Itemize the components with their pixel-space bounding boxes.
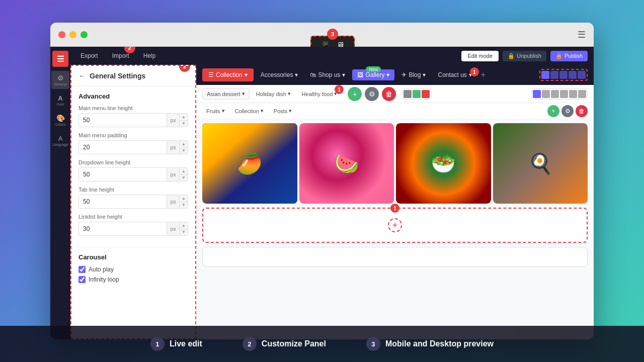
- accessories-label: Accessories: [261, 71, 293, 78]
- sidebar-item-general[interactable]: ⚙ General: [51, 71, 69, 89]
- badge-1-healthyfood: 1: [335, 85, 344, 94]
- browser-window: 3 📱 🖥 ☰ ☰ ⚙ General A Font 🎨: [50, 23, 594, 339]
- submenu-add-button[interactable]: +: [348, 87, 362, 101]
- traffic-light-red[interactable]: [58, 31, 65, 38]
- new-badge: New: [366, 66, 381, 72]
- posts-label: Posts: [274, 108, 288, 114]
- spin-up[interactable]: ▲: [180, 114, 188, 121]
- publish-button[interactable]: 🔒 Publish: [550, 51, 588, 61]
- linklist-height-unit: px: [167, 222, 179, 235]
- layout-toggle-1[interactable]: [533, 90, 541, 98]
- infinity-loop-checkbox-row: Infinity loop: [78, 276, 188, 283]
- color-btn-red[interactable]: [422, 90, 430, 98]
- nav-blog[interactable]: ✈ Blog ▾: [396, 69, 431, 80]
- layout-toggle-4[interactable]: [560, 90, 568, 98]
- collection2-chevron: ▾: [261, 108, 264, 114]
- color-btn-green[interactable]: [413, 90, 421, 98]
- submenu-gear-button[interactable]: ⚙: [365, 87, 379, 101]
- spin-up-3[interactable]: ▲: [180, 168, 188, 175]
- layout-toggle-5[interactable]: [569, 90, 577, 98]
- layout-btn-5[interactable]: [578, 71, 586, 79]
- grid-image-2: 🍉: [299, 123, 394, 204]
- layout-toggle-2[interactable]: [542, 90, 550, 98]
- linklist-height-label: Linklist line height: [78, 214, 188, 220]
- unpublish-button[interactable]: 🔒 Unpublish: [503, 51, 546, 61]
- layout-btn-3[interactable]: [559, 71, 568, 79]
- spin-down-5[interactable]: ▼: [180, 229, 188, 236]
- left-sidebar: ☰ ⚙ General A Font 🎨 Colors A Language: [50, 47, 70, 339]
- submenu2-gear-btn[interactable]: ⚙: [561, 105, 574, 117]
- browser-chrome: 3 📱 🖥 ☰: [50, 23, 594, 47]
- submenu-trash-button[interactable]: 🗑: [382, 87, 396, 101]
- tab-height-unit: px: [167, 195, 179, 208]
- badge-3: 3: [327, 29, 338, 40]
- spin-up-2[interactable]: ▲: [180, 141, 188, 148]
- traffic-light-green[interactable]: [80, 31, 88, 38]
- form-group-dropdown-height: Dropdown line height px ▲ ▼: [78, 159, 188, 182]
- layout-btn-1[interactable]: [541, 71, 549, 79]
- panel-title: General Settings: [90, 72, 145, 80]
- sidebar-item-colors[interactable]: 🎨 Colors: [51, 111, 69, 129]
- collection-label: Collection: [216, 71, 243, 78]
- customize-panel: 2 ← General Settings Advanced Main menu …: [70, 65, 196, 339]
- nav-accessories[interactable]: Accessories ▾: [256, 69, 303, 80]
- spin-down[interactable]: ▼: [180, 121, 188, 127]
- nav-collection[interactable]: ☰ Collection ▾: [202, 68, 254, 81]
- main-menu-height-spinners: ▲ ▼: [179, 114, 188, 127]
- spin-down-3[interactable]: ▼: [180, 175, 188, 182]
- layout-btn-2[interactable]: [550, 71, 558, 79]
- nav-plus-button[interactable]: +: [479, 70, 488, 79]
- add-section-plus-button[interactable]: +: [388, 218, 402, 232]
- submenu2-posts[interactable]: Posts ▾: [270, 106, 296, 116]
- main-menu-height-input[interactable]: [79, 117, 167, 124]
- submenu2-trash-btn[interactable]: 🗑: [576, 105, 588, 117]
- submenu2-collection[interactable]: Collection ▾: [231, 106, 268, 116]
- browser-menu-icon[interactable]: ☰: [578, 29, 586, 40]
- gear-icon: ⚙: [57, 74, 64, 82]
- blog-chevron: ▾: [423, 71, 426, 78]
- accessories-chevron: ▾: [295, 71, 298, 78]
- dropdown-height-spinners: ▲ ▼: [179, 168, 188, 181]
- panel-back-button[interactable]: ←: [78, 72, 86, 80]
- site-nav: ☰ Collection ▾ Accessories ▾ 🛍 Shop us: [196, 65, 594, 85]
- dropdown-height-label: Dropdown line height: [78, 159, 188, 165]
- submenu2-add-btn[interactable]: +: [547, 105, 559, 117]
- main-menu-padding-input[interactable]: [79, 144, 167, 151]
- infinity-loop-checkbox[interactable]: [78, 276, 86, 283]
- tab-height-input[interactable]: [79, 198, 167, 205]
- spin-up-4[interactable]: ▲: [180, 195, 188, 202]
- layout-toggle-row: [531, 88, 588, 100]
- color-btn-gray[interactable]: [404, 90, 412, 98]
- layout-toggle-6[interactable]: [578, 90, 586, 98]
- sidebar-item-language[interactable]: A Language: [51, 131, 69, 149]
- healthy-food-label: Healthy food: [302, 91, 333, 97]
- sidebar-general-label: General: [54, 82, 67, 86]
- tab-height-spinners: ▲ ▼: [179, 195, 188, 208]
- autoplay-checkbox[interactable]: [78, 266, 86, 273]
- sidebar-item-font[interactable]: A Font: [51, 91, 69, 109]
- dropdown-height-input[interactable]: [79, 171, 167, 178]
- submenu-asian-dessert[interactable]: Asian dessert ▾: [202, 88, 250, 100]
- edit-mode-button[interactable]: Edit mode: [461, 51, 499, 61]
- help-button[interactable]: Help: [139, 50, 160, 61]
- editor-toolbar: Export 2 Import Help Edit mode 🔒 Unpubli…: [70, 47, 594, 65]
- traffic-light-yellow[interactable]: [69, 31, 76, 38]
- layout-btn-4[interactable]: [569, 71, 577, 79]
- linklist-height-input[interactable]: [79, 225, 167, 232]
- form-group-main-menu-height: Main menu line height px ▲ ▼: [78, 105, 188, 127]
- main-menu-padding-spinners: ▲ ▼: [179, 141, 188, 154]
- export-button[interactable]: Export: [76, 50, 102, 61]
- submenu-action-row: + ⚙ 🗑: [348, 87, 396, 101]
- font-icon: A: [58, 95, 62, 102]
- nav-shop-us[interactable]: 🛍 Shop us ▾: [305, 69, 350, 80]
- label-badge-1: 1: [150, 337, 165, 351]
- spin-down-4[interactable]: ▼: [180, 202, 188, 209]
- submenu2-fruits[interactable]: Fruits ▾: [202, 106, 229, 116]
- spin-down-2[interactable]: ▼: [180, 148, 188, 154]
- layout-toggle-3[interactable]: [551, 90, 559, 98]
- fruits-chevron: ▾: [222, 108, 225, 114]
- submenu-holiday-dish[interactable]: Holiday dish ▾: [252, 88, 295, 100]
- language-icon: A: [58, 135, 63, 142]
- spin-up-5[interactable]: ▲: [180, 222, 188, 229]
- advanced-section-title: Advanced: [78, 93, 188, 100]
